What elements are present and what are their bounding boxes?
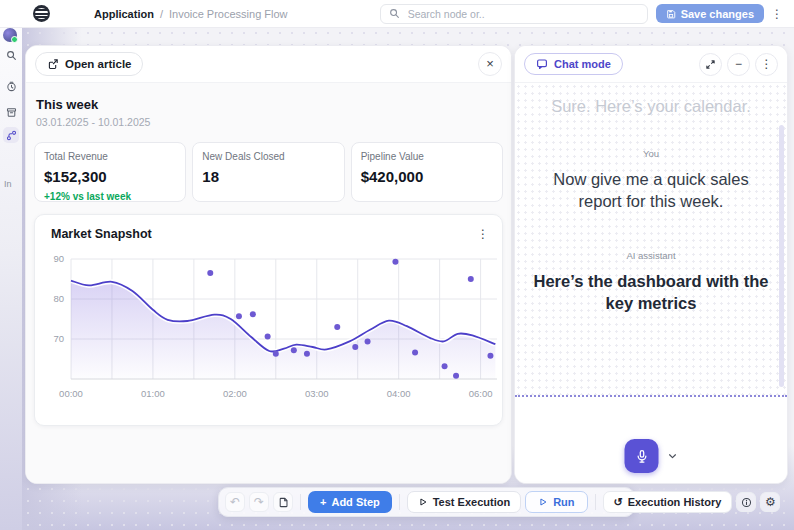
sidebar-history-clock-icon[interactable] [3, 78, 19, 94]
metric-value: $420,000 [361, 168, 493, 185]
open-article-label: Open article [65, 58, 131, 70]
chat-message-previous: Sure. Here’s your calendar. [533, 96, 769, 118]
metric-label: Pipeline Value [361, 151, 493, 162]
test-execution-label: Test Execution [433, 496, 510, 508]
week-title: This week [36, 97, 503, 112]
metric-value: 18 [202, 168, 334, 185]
info-icon[interactable] [736, 492, 756, 512]
chat-icon [536, 58, 548, 70]
svg-text:02:00: 02:00 [223, 388, 247, 399]
close-icon[interactable]: × [478, 52, 502, 76]
metric-cards: Total Revenue $152,300 +12% vs last week… [34, 142, 503, 202]
microphone-button[interactable] [625, 439, 659, 473]
breadcrumb-separator: / [160, 8, 163, 20]
dashboard-panel-body: This week 03.01.2025 - 10.01.2025 Total … [26, 83, 511, 483]
sidebar-partial-label[interactable]: In [4, 179, 12, 189]
undo-icon[interactable]: ↶ [225, 492, 245, 512]
left-sidebar: In [0, 27, 22, 530]
microphone-icon [634, 449, 649, 464]
open-article-button[interactable]: Open article [35, 52, 143, 76]
chart-title: Market Snapshot [51, 227, 152, 241]
save-changes-button[interactable]: Save changes [656, 4, 764, 23]
svg-text:70: 70 [53, 333, 64, 344]
test-execution-button[interactable]: Test Execution [407, 491, 521, 513]
chat-panel-header: Chat mode − ⋮ [515, 46, 787, 83]
toolbar-divider [300, 494, 301, 510]
gear-icon[interactable]: ⚙ [760, 492, 780, 512]
metric-card-new-deals: New Deals Closed 18 [192, 142, 344, 202]
search-icon [389, 8, 400, 19]
toolbar-divider [399, 494, 400, 510]
chart-header: Market Snapshot ⋮ [41, 225, 498, 241]
svg-text:06:00: 06:00 [469, 388, 493, 399]
svg-text:03:00: 03:00 [305, 388, 329, 399]
metric-card-pipeline-value: Pipeline Value $420,000 [351, 142, 503, 202]
chat-messages: Sure. Here’s your calendar. You Now give… [515, 83, 787, 395]
metric-card-total-revenue: Total Revenue $152,300 +12% vs last week [34, 142, 186, 202]
run-label: Run [553, 496, 574, 508]
market-snapshot-chart: 90807000:0001:0002:0003:0004:0006:00 [41, 245, 508, 405]
svg-text:01:00: 01:00 [141, 388, 165, 399]
sidebar-flow-icon[interactable] [3, 127, 19, 143]
svg-text:04:00: 04:00 [387, 388, 411, 399]
app-window: Application / Invoice Processing Flow Sa… [0, 0, 794, 530]
run-button[interactable]: Run [525, 491, 587, 513]
chart-menu-icon[interactable]: ⋮ [476, 227, 490, 241]
chat-mode-label: Chat mode [554, 58, 611, 70]
sidebar-search-icon[interactable] [3, 47, 19, 63]
redo-icon[interactable]: ↷ [249, 492, 269, 512]
minimize-icon[interactable]: − [727, 53, 750, 76]
dashboard-panel-header: Open article × [26, 46, 511, 83]
external-link-icon [47, 58, 59, 70]
user-avatar[interactable] [3, 28, 17, 42]
chat-window-controls: − ⋮ [699, 53, 778, 76]
chat-footer [515, 395, 787, 484]
svg-text:00:00: 00:00 [59, 388, 83, 399]
online-status-dot [11, 36, 18, 43]
app-logo[interactable] [33, 5, 50, 22]
chat-message-user: Now give me a quick sales report for thi… [533, 169, 769, 213]
node-search[interactable] [380, 4, 648, 24]
expand-icon[interactable] [699, 53, 722, 76]
dashboard-panel: Open article × This week 03.01.2025 - 10… [25, 45, 512, 484]
chevron-down-icon[interactable] [668, 451, 678, 461]
search-input[interactable] [406, 7, 639, 21]
bottom-toolbar: ↶ ↷ + Add Step Test Execution Run ↺ Exec… [218, 487, 635, 517]
topbar-menu-icon[interactable]: ⋮ [770, 7, 784, 21]
sidebar-archive-box-icon[interactable] [3, 104, 19, 120]
execution-history-button[interactable]: ↺ Execution History [603, 491, 733, 513]
history-icon: ↺ [614, 496, 623, 509]
breadcrumb-app[interactable]: Application [94, 8, 154, 20]
chat-scrollbar[interactable] [779, 125, 784, 387]
save-icon [666, 9, 676, 19]
chat-mode-badge[interactable]: Chat mode [524, 53, 623, 75]
add-step-button[interactable]: + Add Step [308, 491, 392, 513]
chart-plot-area: 90807000:0001:0002:0003:0004:0006:00 [41, 245, 498, 409]
metric-label: New Deals Closed [202, 151, 334, 162]
plus-icon: + [320, 496, 326, 508]
metric-label: Total Revenue [44, 151, 176, 162]
top-bar: Application / Invoice Processing Flow Sa… [0, 0, 794, 28]
chat-menu-icon[interactable]: ⋮ [755, 53, 778, 76]
chat-panel: Chat mode − ⋮ Sure. Here’s your calendar… [514, 45, 788, 484]
chat-role-you: You [515, 148, 787, 159]
metric-delta: +12% vs last week [44, 191, 176, 202]
document-icon[interactable] [273, 492, 293, 512]
breadcrumb: Application / Invoice Processing Flow [94, 8, 288, 20]
execution-history-label: Execution History [628, 496, 722, 508]
market-snapshot-card: Market Snapshot ⋮ 90807000:0001:0002:000… [34, 214, 503, 426]
chat-role-ai: AI assistant [515, 250, 787, 261]
chat-message-ai: Here’s the dashboard with the key metric… [533, 271, 769, 315]
toolbar-divider [595, 494, 596, 510]
save-changes-label: Save changes [681, 8, 754, 20]
play-icon [418, 497, 428, 507]
add-step-label: Add Step [331, 496, 379, 508]
svg-text:90: 90 [53, 253, 64, 264]
week-range: 03.01.2025 - 10.01.2025 [36, 116, 503, 128]
breadcrumb-page: Invoice Processing Flow [169, 8, 288, 20]
svg-text:80: 80 [53, 293, 64, 304]
metric-value: $152,300 [44, 168, 176, 185]
play-icon [538, 497, 548, 507]
